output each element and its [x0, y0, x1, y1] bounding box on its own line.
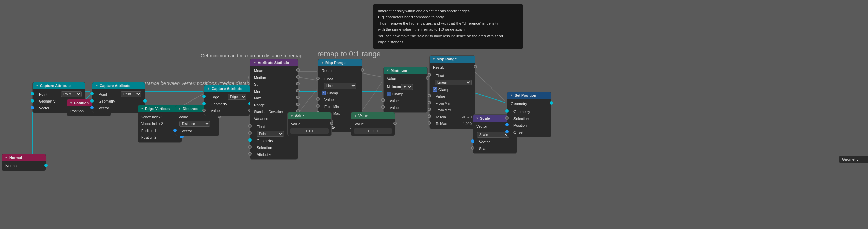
collapse-icon-dist[interactable]: ▼: [178, 107, 181, 110]
v1-val-row: Value: [288, 121, 331, 127]
as-point-select[interactable]: Point: [257, 131, 284, 137]
capture2-geom-label: Geometry: [99, 99, 115, 103]
as-mean-label: Mean: [254, 69, 263, 73]
node-capture2-title: Capture Attribute: [100, 84, 130, 88]
socket-dist-vec-in: [173, 129, 177, 132]
mr2-tomin-row: To Min -0.670: [430, 113, 475, 120]
socket-mr2-result-out: [474, 65, 477, 68]
as-attr-label: Attribute: [257, 152, 271, 157]
min-clamp-checkbox[interactable]: [387, 92, 391, 96]
mr1-frommin-label: From Min: [324, 105, 339, 109]
c3-val-row: Value: [204, 107, 250, 114]
collapse-icon-ev[interactable]: ▼: [141, 107, 144, 110]
node-set-position-header: ▼ Set Position: [507, 92, 551, 99]
node-set-position: ▼ Set Position Geometry Geometry Selecti…: [507, 92, 551, 137]
socket-min-val-out: [426, 76, 429, 80]
as-attr-row: Attribute: [250, 151, 298, 158]
ev-pos2-label: Position 2: [141, 136, 156, 139]
capture1-point-select[interactable]: Point: [61, 91, 82, 97]
node-value2-header: ▼ Value: [351, 112, 395, 119]
node-capture2: ▼ Capture Attribute Point Point Geometry…: [92, 82, 145, 113]
node-map-range2-header: ▼ Map Range: [430, 56, 475, 63]
capture1-point-row: Point Point: [33, 91, 85, 98]
collapse-icon[interactable]: ▼: [5, 156, 8, 159]
collapse-icon-c1[interactable]: ▼: [35, 84, 39, 87]
scale-vec-label: Vector: [476, 124, 487, 129]
collapse-icon-v1[interactable]: ▼: [290, 114, 293, 118]
socket-mr2-frommax-in: [428, 108, 431, 111]
node-attr-statistic: ▼ Attribute Statistic Mean Median Sum Mi…: [250, 59, 298, 160]
dist-vec-label: Vector: [182, 129, 192, 133]
ev-vi2-label: Vertex Index 2: [141, 122, 163, 126]
as-geom-label: Geometry: [257, 139, 273, 143]
mr2-frommax-label: From Max: [436, 108, 451, 112]
v2-display: 0.090: [354, 128, 392, 134]
sp-geom-in-row: Geometry: [507, 108, 551, 115]
socket-c1-geom2-in: [31, 99, 34, 103]
socket-sp-sel-in: [505, 116, 509, 120]
collapse-icon-mr1[interactable]: ▼: [321, 61, 324, 64]
as-min-row: Min: [250, 88, 298, 95]
min-val2-in-row: Value: [384, 104, 427, 111]
node-capture3: ▼ Capture Attribute Edge Edge Geometry V…: [204, 85, 250, 116]
min-clamp-label: Clamp: [392, 92, 403, 96]
collapse-icon-sp[interactable]: ▼: [510, 94, 513, 97]
capture1-vec-label: Vector: [39, 106, 49, 110]
dist-select[interactable]: Distance: [179, 121, 210, 127]
capture2-point-select[interactable]: Point: [121, 91, 141, 97]
capture2-geom-row: Geometry: [92, 98, 145, 105]
socket-mr2-tomin-in: [428, 114, 431, 118]
mr1-clamp-row: Clamp: [318, 90, 362, 96]
mr1-clamp-checkbox[interactable]: [322, 91, 326, 95]
c3-geom-row: Geometry: [204, 100, 250, 107]
mr1-linear-select[interactable]: Linear: [324, 83, 356, 89]
collapse-icon-min[interactable]: ▼: [386, 69, 389, 72]
sp-sel-row: Selection: [507, 115, 551, 122]
scale-select[interactable]: Scale: [477, 132, 509, 138]
socket-as-max-out: [296, 96, 300, 99]
socket-mr1-frommin-in: [316, 104, 320, 108]
c3-geom-label: Geometry: [211, 102, 227, 106]
socket-c2-pt-in: [90, 92, 94, 95]
position-label: Position: [70, 109, 84, 113]
node-value2-title: Value: [358, 114, 368, 118]
collapse-icon-pos[interactable]: ▼: [70, 101, 73, 105]
socket-mr2-tomax-in: [428, 121, 431, 125]
c3-edge-select[interactable]: Edge: [228, 94, 246, 100]
c3-val-label: Value: [211, 109, 220, 113]
collapse-icon-v2[interactable]: ▼: [354, 114, 357, 118]
mr2-clamp-checkbox[interactable]: [433, 87, 437, 92]
node-attr-stat-header: ▼ Attribute Statistic: [250, 59, 298, 66]
collapse-icon-c2[interactable]: ▼: [95, 84, 98, 87]
dist-val-label: Value: [179, 115, 188, 119]
as-range-row: Range: [250, 102, 298, 108]
socket-c1-vec-in: [31, 106, 34, 109]
mr1-result-row: Result: [318, 67, 362, 74]
as-sel-label: Selection: [257, 146, 272, 150]
c3-edge-row: Edge Edge: [204, 93, 250, 100]
normal-row: Normal: [2, 162, 46, 169]
node-capture3-header: ▼ Capture Attribute: [204, 85, 250, 92]
socket-c3-geom-in: [202, 102, 206, 105]
v1-val-label: Value: [291, 122, 300, 126]
collapse-icon-c3[interactable]: ▼: [207, 87, 210, 90]
socket-v1-val-out: [330, 122, 333, 125]
node-capture3-title: Capture Attribute: [212, 86, 242, 91]
socket-scale-scale-in: [471, 146, 474, 150]
node-capture2-header: ▼ Capture Attribute: [92, 82, 145, 89]
mr2-linear-select[interactable]: Linear: [435, 80, 472, 85]
collapse-icon-mr2[interactable]: ▼: [432, 57, 435, 61]
collapse-icon-as[interactable]: ▼: [253, 61, 256, 64]
as-sum-row: Sum: [250, 81, 298, 88]
mr2-frommin-label: From Min: [436, 102, 450, 105]
socket-mr1-val-in: [316, 97, 320, 101]
min-val-out-row: Value: [384, 75, 427, 82]
min-select[interactable]: ▼: [401, 84, 413, 90]
sp-pos-row: Position: [507, 122, 551, 129]
collapse-icon-scale[interactable]: ▼: [476, 117, 479, 120]
socket-sp-offset-in: [505, 130, 509, 133]
socket-scale-vec-in: [471, 139, 474, 143]
node-map-range2-title: Map Range: [437, 57, 457, 61]
sp-geom-in-label: Geometry: [513, 110, 530, 114]
socket-sp-pos-in: [505, 123, 509, 126]
